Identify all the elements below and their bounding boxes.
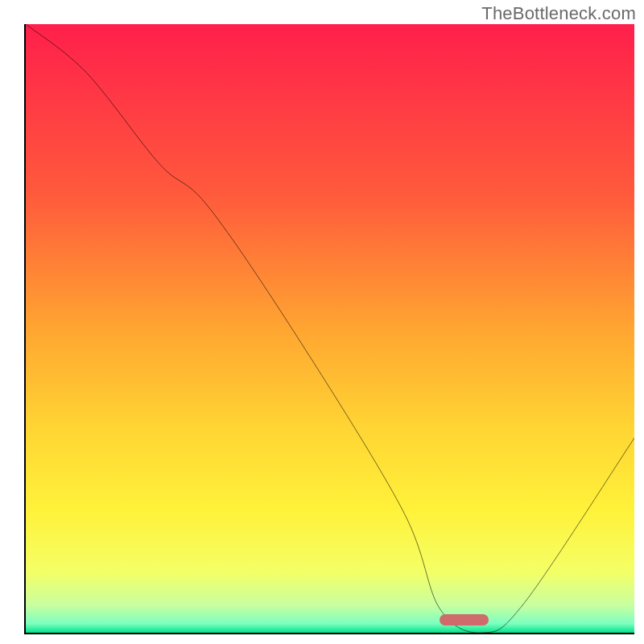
- chart-container: TheBottleneck.com: [0, 0, 644, 644]
- plot-area: [24, 24, 634, 634]
- bottleneck-curve: [26, 24, 634, 633]
- optimal-range-marker: [440, 614, 488, 625]
- watermark-text: TheBottleneck.com: [481, 3, 636, 24]
